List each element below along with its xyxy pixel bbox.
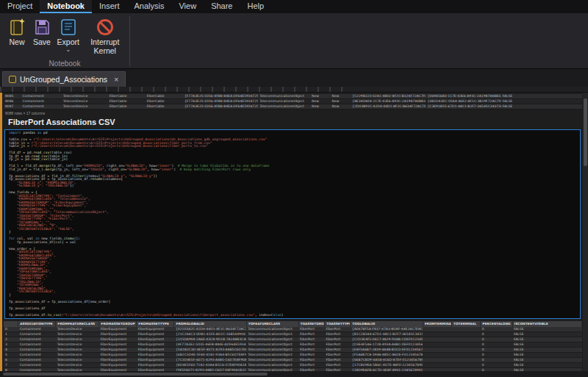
table-cell [423, 342, 451, 348]
table-row[interactable]: 8086ContainmentTelecomDeviceFiberCableFi… [4, 99, 582, 104]
table-cell: TelecommunicationsObject [246, 358, 298, 363]
table-cell: FiberEquipment [137, 337, 174, 342]
output-table-partial[interactable]: 8085ContainmentTelecomDeviceFiberCableFi… [4, 94, 582, 109]
table-cell: TelecomDevice [56, 348, 99, 353]
table-cell: TelecommunicationsObject [246, 327, 298, 332]
menu-item-help[interactable]: Help [240, 0, 271, 13]
horizontal-scrollbar[interactable] [0, 371, 588, 377]
table-cell: Containment [18, 337, 56, 342]
table-cell: FiberPort [298, 348, 324, 353]
new-notebook-button[interactable]: New [4, 16, 29, 49]
column-header[interactable]: TOGLOBALID [351, 321, 423, 327]
table-cell: 8086 [4, 99, 21, 104]
table-cell: {D3E4F5A6-1728-493A-A4BC-DEF012345678} [351, 342, 423, 348]
column-header[interactable]: ASSOCIATIONTYPE [18, 321, 56, 327]
ribbon-buttons: New Save [0, 13, 129, 57]
horizontal-scrollbar-thumb[interactable] [3, 373, 268, 376]
column-header[interactable]: FROMASSETGROUP [99, 321, 137, 327]
table-cell: 0 [481, 363, 512, 368]
table-cell: TelecomDevice [56, 332, 99, 337]
table-cell: FALSE [501, 99, 582, 104]
export-button[interactable]: Export ⌄ [54, 16, 82, 54]
table-row[interactable]: 3ContainmentTelecomDeviceFiberEquipmentF… [4, 342, 582, 348]
table-cell: New [331, 99, 351, 104]
interrupt-kernel-icon [96, 18, 115, 37]
table-cell: 2 [4, 337, 18, 342]
menu-item-analysis[interactable]: Analysis [127, 0, 172, 13]
table-row[interactable]: 7ContainmentTelecomDeviceFiberEquipmentF… [4, 363, 582, 368]
table-row[interactable]: 1ContainmentTelecomDeviceFiberEquipmentF… [4, 332, 582, 337]
code-cell[interactable]: import pandas as pd table_csv = r"C:\Use… [4, 129, 581, 319]
column-header[interactable]: TOASSETGROUP [298, 321, 324, 327]
table-cell: {C229B323-02A1-4B02-8F2C-B324F72AC7F8} [351, 94, 426, 99]
column-header[interactable]: FROMGLOBALID [174, 321, 246, 327]
cell-selection-gutter[interactable] [0, 93, 2, 371]
table-cell: FiberPort [298, 332, 324, 337]
table-cell: {8D4E5F60-7182-43A4-B5C6-D7E8F90A1B2C} [174, 363, 246, 368]
menu-item-share[interactable]: Share [204, 0, 240, 13]
table-cell: TelecomDevice [56, 358, 99, 363]
ribbon-group-notebook: New Save [0, 13, 129, 68]
table-cell [451, 337, 480, 342]
interrupt-kernel-button[interactable]: Interrupt Kernel [82, 16, 128, 57]
table-cell: FiberPort [324, 332, 350, 337]
save-button[interactable]: Save [29, 16, 54, 49]
table-cell: {B1C2B344-67D1-4AC1-B2F7-36545C34375B} [351, 332, 423, 337]
new-notebook-icon [7, 18, 26, 37]
table-cell: FiberEquipment [99, 353, 137, 358]
table-cell: FiberPort [324, 342, 350, 348]
table-row[interactable]: 4ContainmentTelecomDeviceFiberEquipmentF… [4, 348, 582, 353]
table-cell: FiberEquipment [137, 363, 174, 368]
table-cell: {02103A2C-42D4-44D1-8F2C-B634F72AC7F8} [174, 327, 246, 332]
column-header[interactable]: FROMTERMINAL [423, 321, 451, 327]
menu-item-notebook[interactable]: Notebook [40, 0, 92, 13]
table-cell: FiberCable [108, 99, 146, 104]
column-header[interactable]: PERCENTALONG [481, 321, 512, 327]
table-cell: FiberCable [146, 104, 183, 109]
table-cell: FALSE [512, 332, 581, 337]
column-header[interactable]: FROMASSETTYPE [137, 321, 174, 327]
menu-item-view[interactable]: View [171, 0, 204, 13]
table-cell: FiberEquipment [99, 363, 137, 368]
column-header[interactable]: TOFEATURECLASS [246, 321, 298, 327]
tab-ungrouped-associations[interactable]: UnGrouped_Associations × [2, 71, 126, 87]
table-cell: Containment [18, 342, 56, 348]
output-table[interactable]: ASSOCIATIONTYPEFROMFEATURECLASSFROMASSET… [4, 321, 582, 371]
menu-item-insert[interactable]: Insert [92, 0, 127, 13]
table-cell: FALSE [501, 104, 582, 109]
table-cell: Containment [21, 99, 62, 104]
table-cell: {17C8D9EA-5B6C-4D7E-88F0-123456789012} [351, 363, 423, 368]
table-cell: Containment [18, 332, 56, 337]
table-cell: FiberEquipment [99, 358, 137, 363]
table-cell: 7 [4, 363, 18, 368]
table-row[interactable]: 5ContainmentTelecomDeviceFiberEquipmentF… [4, 353, 582, 358]
table-cell: TelecommunicationsObject [246, 332, 298, 337]
table-cell: {F77A3E25-0356-4FB8-84EA-DF64E5934725} [183, 104, 258, 109]
column-header[interactable] [4, 321, 18, 327]
vertical-scrollbar[interactable] [583, 93, 588, 371]
column-header[interactable]: ISCONTENTVISIBLE [512, 321, 581, 327]
table-cell: {7C3D4E5F-6071-4293-A4B5-C6D7E8F90A1B} [174, 358, 246, 363]
table-cell: New [310, 99, 331, 104]
table-row[interactable]: 8087ContainmentTelecomDeviceFiberCableFi… [4, 104, 582, 109]
table-cell: {315DA904-2A6E-43C8-9D1B-7A2A8B3C4D5E} [174, 337, 246, 342]
table-cell: FALSE [512, 337, 581, 342]
table-cell: FiberEquipment [99, 337, 137, 342]
column-header[interactable]: FROMFEATURECLASS [56, 321, 99, 327]
column-header[interactable]: TOTERMINAL [451, 321, 480, 327]
table-cell: TelecommunicationsObject [246, 353, 298, 358]
tab-close-icon[interactable]: × [114, 75, 118, 84]
column-header[interactable]: TOASSETTYPE [324, 321, 350, 327]
table-row[interactable]: 2ContainmentTelecomDeviceFiberEquipmentF… [4, 337, 582, 342]
tab-bar: UnGrouped_Associations × [0, 69, 588, 87]
table-cell: FALSE [512, 358, 581, 363]
menu-bar: ProjectNotebookInsertAnalysisViewShareHe… [0, 0, 588, 13]
markdown-heading[interactable]: FiberPort Associations CSV [8, 118, 582, 126]
table-row[interactable]: 6ContainmentTelecomDeviceFiberEquipmentF… [4, 358, 582, 363]
export-button-label: Export [57, 38, 79, 47]
table-cell: {21C246C3-0DB1-41FE-AD2C-16B54490477D} [174, 332, 246, 337]
vertical-scrollbar-thumb[interactable] [584, 98, 587, 166]
menu-item-project[interactable]: Project [0, 0, 40, 13]
table-cell: FiberPort [298, 363, 324, 368]
table-cell [451, 342, 480, 348]
